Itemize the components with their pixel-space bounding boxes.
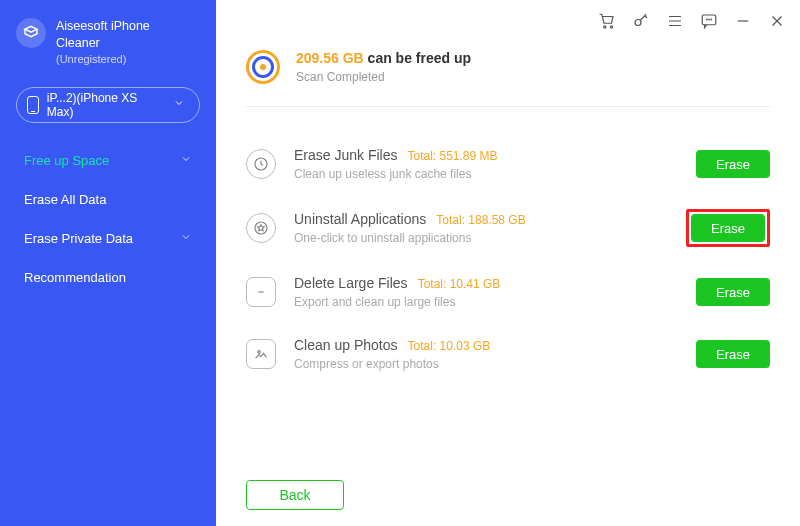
registration-status: (Unregistered) [56, 52, 150, 67]
device-label: iP...2)(iPhone XS Max) [47, 91, 165, 119]
chevron-down-icon [180, 231, 192, 246]
erase-button-large[interactable]: Erase [696, 278, 770, 306]
row-uninstall-apps: Uninstall ApplicationsTotal: 188.58 GB O… [246, 195, 770, 261]
row-sub: Clean up useless junk cache files [294, 167, 678, 181]
row-large-files: Delete Large FilesTotal: 10.41 GB Export… [246, 261, 770, 323]
row-total: Total: 10.03 GB [408, 339, 491, 353]
app-logo-icon [16, 18, 46, 48]
row-sub: Compress or export photos [294, 357, 678, 371]
summary-size: 209.56 GB [296, 50, 364, 66]
row-total: Total: 188.58 GB [436, 213, 525, 227]
scan-summary: 209.56 GB can be freed up Scan Completed [246, 50, 770, 107]
nav-erase-private-data[interactable]: Erase Private Data [10, 219, 206, 258]
row-junk-files: Erase Junk FilesTotal: 551.89 MB Clean u… [246, 133, 770, 195]
nav-label: Recommendation [24, 270, 126, 285]
highlighted-action: Erase [686, 209, 770, 247]
nav-label: Erase Private Data [24, 231, 133, 246]
nav-free-up-space[interactable]: Free up Space [10, 141, 206, 180]
erase-button-apps[interactable]: Erase [691, 214, 765, 242]
back-button[interactable]: Back [246, 480, 344, 510]
row-title: Delete Large Files [294, 275, 408, 291]
chevron-down-icon [173, 97, 185, 112]
summary-title: 209.56 GB can be freed up [296, 50, 471, 66]
phone-icon [27, 96, 39, 114]
sidebar: Aiseesoft iPhone Cleaner (Unregistered) … [0, 0, 216, 526]
app-title-line2: Cleaner [56, 35, 150, 52]
summary-suffix: can be freed up [368, 50, 471, 66]
row-sub: One-click to uninstall applications [294, 231, 668, 245]
svg-point-9 [258, 351, 261, 354]
star-circle-icon [246, 213, 276, 243]
main-panel: 209.56 GB can be freed up Scan Completed… [216, 0, 800, 526]
chevron-down-icon [180, 153, 192, 168]
clock-icon [246, 149, 276, 179]
row-title: Erase Junk Files [294, 147, 397, 163]
row-title: Uninstall Applications [294, 211, 426, 227]
image-icon [246, 339, 276, 369]
document-minus-icon [246, 277, 276, 307]
summary-sub: Scan Completed [296, 70, 471, 84]
row-sub: Export and clean up large files [294, 295, 678, 309]
row-total: Total: 551.89 MB [407, 149, 497, 163]
erase-button-photos[interactable]: Erase [696, 340, 770, 368]
erase-button-junk[interactable]: Erase [696, 150, 770, 178]
nav-recommendation[interactable]: Recommendation [10, 258, 206, 297]
brand: Aiseesoft iPhone Cleaner (Unregistered) [10, 16, 206, 81]
nav-label: Free up Space [24, 153, 109, 168]
row-total: Total: 10.41 GB [418, 277, 501, 291]
target-icon [246, 50, 280, 84]
row-title: Clean up Photos [294, 337, 398, 353]
app-title-line1: Aiseesoft iPhone [56, 18, 150, 35]
row-photos: Clean up PhotosTotal: 10.03 GB Compress … [246, 323, 770, 385]
nav-erase-all-data[interactable]: Erase All Data [10, 180, 206, 219]
device-selector[interactable]: iP...2)(iPhone XS Max) [16, 87, 200, 123]
nav: Free up Space Erase All Data Erase Priva… [10, 141, 206, 297]
nav-label: Erase All Data [24, 192, 106, 207]
